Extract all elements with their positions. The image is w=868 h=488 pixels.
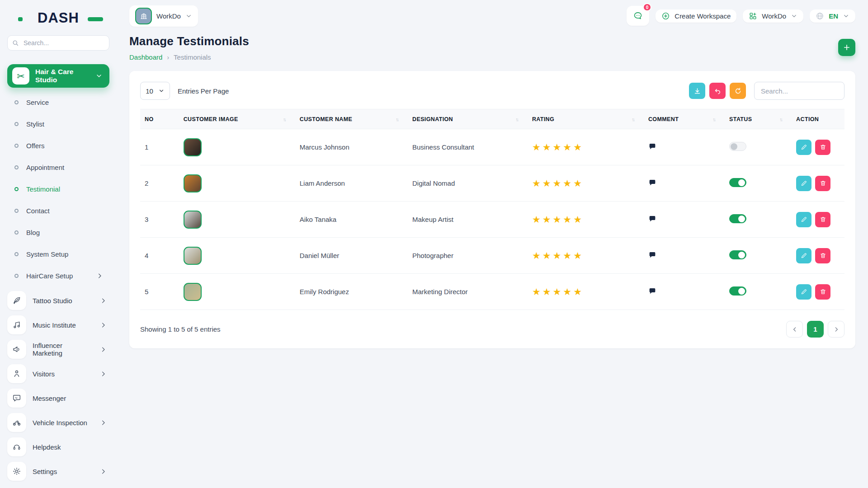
table-search-input[interactable]: [754, 82, 844, 100]
chevron-right-icon: [100, 322, 107, 328]
status-toggle[interactable]: [729, 142, 746, 151]
sort-icon[interactable]: ↑↓: [396, 117, 403, 122]
sidebar-item-haircare-setup[interactable]: HairCare Setup: [7, 265, 109, 286]
chevron-right-icon: [100, 346, 107, 353]
sort-icon[interactable]: ↑↓: [779, 117, 787, 122]
sidebar-item-offers[interactable]: Offers: [7, 135, 109, 156]
status-toggle[interactable]: [729, 214, 746, 223]
status-toggle[interactable]: [729, 178, 746, 187]
sidebar-module-helpdesk[interactable]: Helpdesk: [7, 435, 109, 459]
chevron-right-icon: [100, 468, 107, 475]
delete-button[interactable]: [815, 248, 830, 263]
page-title: Manage Testimonials: [129, 34, 249, 48]
edit-button[interactable]: [796, 212, 811, 227]
status-toggle[interactable]: [729, 250, 746, 259]
column-header-comment: COMMENT ↑↓: [644, 109, 725, 129]
refresh-button[interactable]: [730, 83, 746, 99]
comment-icon[interactable]: [648, 287, 656, 295]
entries-per-page-value: 10: [146, 87, 153, 95]
sort-icon[interactable]: ↑↓: [632, 117, 639, 122]
app-switcher-chip[interactable]: WorkDo: [743, 9, 803, 23]
pagination-page-1[interactable]: 1: [807, 321, 824, 338]
sidebar-item-contact[interactable]: Contact: [7, 200, 109, 221]
workspace-switcher-label: WorkDo: [156, 12, 181, 20]
table-row: 4 Daniel Müller Photographer ★★★★★: [140, 238, 844, 274]
messages-button[interactable]: 0: [627, 6, 649, 26]
comment-icon[interactable]: [648, 215, 656, 223]
sort-icon[interactable]: ↑↓: [515, 117, 523, 122]
chat-bubble-icon: [633, 11, 643, 21]
sidebar-item-system-setup[interactable]: System Setup: [7, 243, 109, 265]
export-button[interactable]: [689, 83, 705, 99]
edit-button[interactable]: [796, 140, 811, 155]
globe-icon: [816, 12, 824, 20]
sort-icon[interactable]: ↑↓: [283, 117, 291, 122]
bullet-icon: [14, 187, 19, 191]
comment-icon[interactable]: [648, 251, 656, 259]
sidebar-search: [7, 35, 109, 51]
designation: Makeup Artist: [408, 202, 528, 238]
testimonials-card: 10 Entries Per Page: [129, 71, 855, 348]
customer-avatar: [184, 174, 202, 192]
sidebar-item-appointment[interactable]: Appointment: [7, 156, 109, 178]
topbar-right: 0 Create Workspace WorkDo EN: [627, 6, 855, 26]
sidebar-module-music-institute[interactable]: Music Institute: [7, 313, 109, 337]
customer-name: Liam Anderson: [295, 165, 408, 202]
edit-button[interactable]: [796, 284, 811, 300]
pagination-next-button[interactable]: [828, 321, 844, 338]
delete-button[interactable]: [815, 140, 830, 155]
comment-icon[interactable]: [648, 142, 656, 150]
page-head: Manage Testimonials Dashboard › Testimon…: [129, 34, 855, 61]
search-icon: [12, 40, 19, 47]
sidebar-module-vehicle-inspection[interactable]: Vehicle Inspection: [7, 410, 109, 435]
edit-button[interactable]: [796, 248, 811, 263]
column-header-designation: DESIGNATION ↑↓: [408, 109, 528, 129]
pencil-icon: [801, 288, 807, 295]
trash-icon: [820, 216, 826, 223]
sidebar-module-influencer-marketing[interactable]: Influencer Marketing: [7, 337, 109, 361]
logo-accent-dot: [18, 17, 23, 21]
workspace-button[interactable]: ✂ Hair & Care Studio: [7, 64, 109, 88]
sort-icon[interactable]: ↑↓: [712, 117, 720, 122]
entries-per-page-label: Entries Per Page: [178, 87, 229, 95]
headset-icon: [12, 442, 21, 451]
column-header-status: STATUS ↑↓: [725, 109, 792, 129]
row-number: 4: [140, 238, 179, 274]
delete-button[interactable]: [815, 284, 830, 300]
sidebar-item-service[interactable]: Service: [7, 91, 109, 113]
column-header-customer-name: CUSTOMER NAME ↑↓: [295, 109, 408, 129]
sidebar-module-tattoo-studio[interactable]: Tattoo Studio: [7, 288, 109, 313]
sidebar-module-messenger[interactable]: Messenger: [7, 386, 109, 410]
entries-per-page-select[interactable]: 10: [140, 82, 170, 100]
music-icon: [12, 320, 21, 329]
create-workspace-button[interactable]: Create Workspace: [656, 9, 736, 23]
chevron-right-icon: [100, 419, 107, 426]
column-header-customer-image: CUSTOMER IMAGE ↑↓: [179, 109, 295, 129]
add-testimonial-button[interactable]: [838, 39, 855, 56]
delete-button[interactable]: [815, 212, 830, 227]
logo-text: DASH: [38, 10, 79, 26]
pagination-prev-button[interactable]: [786, 321, 803, 338]
language-selector[interactable]: EN: [810, 9, 855, 23]
column-header-action: ACTION: [792, 109, 844, 129]
status-toggle[interactable]: [729, 286, 746, 296]
megaphone-icon: [12, 345, 21, 354]
designation: Photographer: [408, 238, 528, 274]
customer-name: Emily Rodriguez: [295, 274, 408, 310]
sidebar-search-input[interactable]: [23, 39, 104, 47]
workspace-switcher-chip[interactable]: WorkDo: [129, 5, 198, 27]
sidebar-module-settings[interactable]: Settings: [7, 459, 109, 483]
breadcrumb-dashboard[interactable]: Dashboard: [129, 53, 162, 61]
edit-button[interactable]: [796, 176, 811, 191]
sidebar-item-stylist[interactable]: Stylist: [7, 113, 109, 135]
comment-icon[interactable]: [648, 178, 656, 187]
sidebar-module-visitors[interactable]: Visitors: [7, 361, 109, 386]
reset-button[interactable]: [709, 83, 726, 99]
sidebar-item-blog[interactable]: Blog: [7, 221, 109, 243]
main-area: WorkDo 0 Create Workspace WorkDo: [117, 0, 868, 488]
sidebar-modules: Tattoo Studio Music Institute Influencer…: [7, 288, 109, 483]
pencil-icon: [801, 252, 807, 259]
sidebar-item-testimonial[interactable]: Testimonial: [7, 178, 109, 200]
delete-button[interactable]: [815, 176, 830, 191]
gear-icon: [12, 467, 21, 476]
